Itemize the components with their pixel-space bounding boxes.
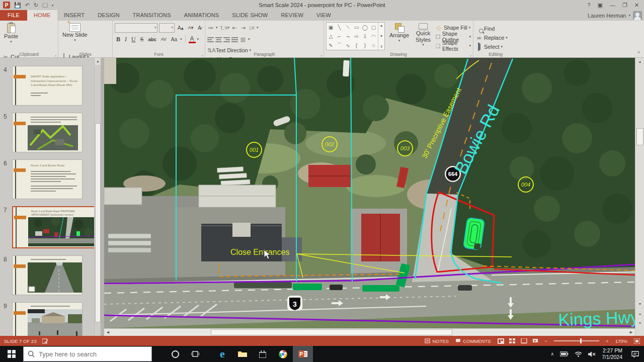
taskbar-search-box[interactable]: [23, 346, 152, 361]
shapes-scroll-up-icon[interactable]: ▲: [380, 24, 383, 27]
shape-arrow-line-icon[interactable]: ⟍: [346, 24, 350, 30]
minimize-icon[interactable]: —: [610, 3, 615, 8]
normal-view-icon[interactable]: [498, 338, 504, 344]
task-view-button[interactable]: [185, 346, 205, 362]
microsoft-store-button[interactable]: [253, 346, 273, 362]
shape-rounded-rect-icon[interactable]: ▢: [371, 25, 376, 30]
cortana-button[interactable]: [165, 346, 185, 362]
spell-check-icon[interactable]: [42, 338, 49, 344]
new-slide-button[interactable]: New Slide ▾: [60, 22, 90, 51]
close-icon[interactable]: ✕: [634, 3, 639, 8]
zoom-slider-knob[interactable]: [580, 338, 582, 343]
font-name-combo[interactable]: ▾: [115, 23, 157, 33]
previous-slide-button[interactable]: ⏶: [635, 310, 644, 318]
slide-canvas[interactable]: 664 3 001 002 003 004 30' Precriptive Ea…: [104, 58, 635, 336]
tab-review[interactable]: REVIEW: [274, 10, 310, 21]
numbering-icon[interactable]: ⒈≡: [219, 24, 226, 32]
text-shadow-button[interactable]: S: [139, 35, 145, 44]
shape-oval-icon[interactable]: ◯: [362, 25, 368, 30]
find-button[interactable]: Find: [475, 24, 508, 33]
shape-elbow-icon[interactable]: ⌐: [338, 34, 341, 39]
ribbon-display-options-icon[interactable]: ▣: [598, 3, 603, 8]
grow-font-icon[interactable]: A▴: [176, 23, 185, 32]
bullets-icon[interactable]: ≔: [207, 25, 214, 31]
shape-effects-button[interactable]: ❑Shape Effects▾: [435, 41, 471, 50]
clipboard-dialog-launcher-icon[interactable]: ⌟: [54, 52, 56, 57]
justify-icon[interactable]: [231, 37, 238, 42]
thumbnail-slide-8[interactable]: 8: [12, 255, 83, 295]
chrome-button[interactable]: [273, 346, 293, 362]
thumbnail-scrollbar[interactable]: ▲: [94, 58, 101, 336]
slide-sorter-view-icon[interactable]: [509, 338, 516, 344]
restore-icon[interactable]: ❐: [622, 3, 627, 8]
arrange-button[interactable]: Arrange ▾: [387, 22, 411, 51]
taskbar-clock[interactable]: 2:27 PM 7/1/2024: [602, 347, 622, 360]
vscroll-thumb[interactable]: [636, 128, 643, 145]
align-left-icon[interactable]: [207, 37, 214, 42]
speaker-muted-icon[interactable]: [588, 351, 596, 357]
tray-hidden-icons-chevron[interactable]: ∧: [551, 351, 554, 356]
file-explorer-button[interactable]: [232, 346, 253, 362]
change-case-button[interactable]: Aa: [170, 35, 179, 44]
replace-button[interactable]: abReplace▾: [475, 33, 508, 42]
zoom-out-button[interactable]: −: [545, 338, 548, 344]
underline-button[interactable]: U: [130, 35, 137, 44]
shape-scribble-icon[interactable]: ✎: [329, 43, 333, 48]
shape-triangle-icon[interactable]: △: [329, 34, 333, 39]
horizontal-scrollbar[interactable]: ◀ ▶: [104, 328, 635, 336]
account-menu[interactable]: Lauren Herman ▾: [588, 10, 642, 21]
notes-button[interactable]: NOTES: [425, 338, 449, 344]
panel-divider[interactable]: [101, 58, 104, 336]
select-button[interactable]: Select▾: [475, 42, 508, 51]
tab-animations[interactable]: ANIMATIONS: [178, 10, 226, 21]
zoom-slider[interactable]: [554, 340, 599, 341]
shape-textbox-icon[interactable]: ▣: [329, 25, 333, 30]
shape-star-icon[interactable]: ☆: [371, 43, 376, 48]
paragraph-dialog-launcher-icon[interactable]: ⌟: [320, 52, 322, 57]
shape-curve-icon[interactable]: ∿: [346, 43, 350, 48]
shape-brace-left-icon[interactable]: {: [356, 43, 357, 48]
decrease-indent-icon[interactable]: ⇤: [231, 25, 238, 31]
hscroll-right-icon[interactable]: ▶: [627, 329, 635, 336]
shapes-gallery[interactable]: ▣╲⟍▭◯▢ △⌐¬⇨⇩◠ ✎⌒∿{}☆ ▲ ▼ ⊽: [326, 22, 385, 50]
start-button[interactable]: [0, 346, 23, 362]
next-slide-button[interactable]: ⏷: [635, 319, 644, 327]
fit-to-window-icon[interactable]: [634, 338, 640, 344]
slideshow-view-icon[interactable]: [532, 338, 538, 344]
shapes-more-icon[interactable]: ⊽: [380, 45, 382, 49]
font-color-button[interactable]: A: [189, 35, 196, 43]
align-center-icon[interactable]: [215, 37, 222, 42]
vscroll-up-icon[interactable]: ▲: [635, 58, 644, 65]
edge-button[interactable]: e: [212, 346, 232, 362]
vscroll-down-icon[interactable]: ▼: [635, 300, 644, 308]
thumbnail-slide-5[interactable]: 5: [12, 113, 83, 152]
thumbnail-slide-7-selected[interactable]: 7 Route 3 and Bowie Road: PROPOSED IMPRO…: [12, 206, 83, 248]
bold-button[interactable]: B: [115, 35, 122, 44]
shapes-scroll-down-icon[interactable]: ▼: [380, 34, 383, 38]
user-avatar[interactable]: [633, 11, 642, 20]
help-icon[interactable]: ?: [587, 3, 590, 8]
tab-view[interactable]: VIEW: [310, 10, 338, 21]
action-center-icon[interactable]: [631, 351, 639, 357]
shape-chord-icon[interactable]: ◠: [371, 34, 376, 39]
thumbnail-scroll-up-icon[interactable]: ▲: [95, 58, 101, 65]
shape-line-icon[interactable]: ╲: [338, 25, 341, 30]
thumbnail-scroll-thumb[interactable]: [95, 123, 101, 322]
reading-view-icon[interactable]: [521, 338, 527, 344]
columns-icon[interactable]: ▥: [239, 36, 247, 43]
paste-button[interactable]: Paste ▾: [2, 22, 20, 51]
search-input[interactable]: [39, 350, 134, 358]
wifi-icon[interactable]: [575, 351, 582, 357]
shape-arrow-right-icon[interactable]: ⇨: [354, 34, 358, 39]
tab-slide-show[interactable]: SLIDE SHOW: [225, 10, 274, 21]
shape-arc-icon[interactable]: ⌒: [337, 42, 342, 49]
thumbnail-slide-9[interactable]: 9: [12, 302, 83, 336]
font-size-combo[interactable]: ▾: [159, 23, 175, 33]
align-right-icon[interactable]: [223, 37, 230, 42]
strikethrough-button[interactable]: abc: [146, 35, 157, 44]
vertical-scrollbar[interactable]: ▲ ▼ ⏶ ⏷: [635, 58, 644, 336]
increase-indent-icon[interactable]: ⇥: [239, 25, 247, 31]
powerpoint-taskbar-button[interactable]: P: [293, 346, 313, 362]
quick-styles-button[interactable]: Quick Styles ▾: [414, 22, 433, 51]
shape-elbow2-icon[interactable]: ¬: [347, 34, 350, 39]
